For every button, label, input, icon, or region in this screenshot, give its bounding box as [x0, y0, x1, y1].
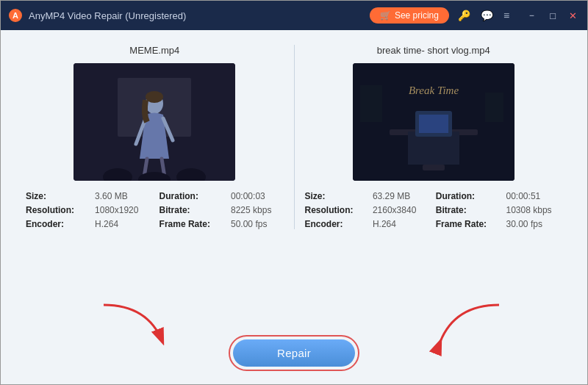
left-size-label: Size: — [26, 191, 86, 201]
svg-text:A: A — [12, 11, 18, 20]
see-pricing-button[interactable]: 🛒 See pricing — [370, 7, 449, 24]
right-panel: break time- short vlog.mp4 Break Time — [302, 45, 566, 229]
chat-icon[interactable]: 💬 — [481, 10, 493, 21]
right-framerate-value: 30.00 fps — [506, 219, 562, 229]
right-encoder-value: H.264 — [373, 219, 427, 229]
right-bitrate-label: Bitrate: — [436, 205, 498, 215]
titlebar-left: A AnyMP4 Video Repair (Unregistered) — [8, 8, 186, 23]
right-video-thumbnail: Break Time — [353, 63, 514, 181]
videos-row: MEME.mp4 — [23, 45, 565, 229]
right-file-info: Size: 63.29 MB Duration: 00:00:51 Resolu… — [302, 191, 566, 229]
app-title: AnyMP4 Video Repair (Unregistered) — [29, 10, 186, 21]
right-duration-value: 00:00:51 — [506, 191, 562, 201]
right-arrow — [426, 298, 514, 356]
left-size-value: 3.60 MB — [95, 191, 150, 201]
titlebar-icons: 🔑 💬 ≡ — [458, 10, 509, 21]
left-resolution-value: 1080x1920 — [95, 205, 150, 215]
right-resolution-label: Resolution: — [305, 205, 364, 215]
see-pricing-label: See pricing — [395, 10, 439, 21]
left-duration-label: Duration: — [159, 191, 222, 201]
right-framerate-label: Frame Rate: — [436, 219, 498, 229]
svg-rect-17 — [423, 165, 445, 170]
window-controls: － □ ✕ — [524, 9, 580, 22]
left-video-preview — [74, 63, 235, 181]
left-bitrate-label: Bitrate: — [159, 205, 222, 215]
bottom-section: Repair — [1, 298, 587, 371]
left-encoder-value: H.264 — [95, 219, 150, 229]
right-resolution-value: 2160x3840 — [373, 205, 427, 215]
left-framerate-value: 50.00 fps — [231, 219, 283, 229]
left-panel: MEME.mp4 — [23, 45, 287, 229]
right-bitrate-value: 10308 kbps — [506, 205, 562, 215]
repair-button[interactable]: Repair — [233, 339, 355, 367]
close-button[interactable]: ✕ — [566, 10, 580, 21]
left-resolution-label: Resolution: — [26, 205, 86, 215]
left-duration-value: 00:00:03 — [231, 191, 283, 201]
right-size-value: 63.29 MB — [373, 191, 427, 201]
right-encoder-label: Encoder: — [305, 219, 364, 229]
left-arrow — [89, 298, 177, 356]
main-content: MEME.mp4 — [1, 30, 587, 385]
left-video-thumbnail — [74, 63, 235, 181]
left-file-info: Size: 3.60 MB Duration: 00:00:03 Resolut… — [23, 191, 287, 229]
maximize-button[interactable]: □ — [547, 10, 559, 21]
svg-rect-19 — [485, 93, 503, 122]
right-video-title: break time- short vlog.mp4 — [377, 45, 490, 56]
titlebar-right: 🛒 See pricing 🔑 💬 ≡ － □ ✕ — [370, 7, 580, 24]
left-framerate-label: Frame Rate: — [159, 219, 222, 229]
right-size-label: Size: — [305, 191, 364, 201]
svg-text:Break Time: Break Time — [409, 84, 459, 96]
left-bitrate-value: 8225 kbps — [231, 205, 283, 215]
app-icon: A — [8, 8, 23, 23]
menu-icon[interactable]: ≡ — [503, 10, 509, 21]
minimize-button[interactable]: － — [524, 9, 539, 22]
titlebar: A AnyMP4 Video Repair (Unregistered) 🛒 S… — [1, 1, 587, 30]
svg-rect-16 — [419, 115, 448, 133]
right-duration-label: Duration: — [436, 191, 498, 201]
svg-rect-18 — [360, 85, 382, 122]
panel-divider — [294, 45, 295, 229]
cart-icon: 🛒 — [380, 10, 391, 21]
repair-button-wrapper: Repair — [229, 335, 359, 371]
key-icon[interactable]: 🔑 — [458, 10, 470, 21]
right-video-preview: Break Time — [353, 63, 514, 181]
left-video-title: MEME.mp4 — [129, 45, 179, 56]
left-encoder-label: Encoder: — [26, 219, 86, 229]
